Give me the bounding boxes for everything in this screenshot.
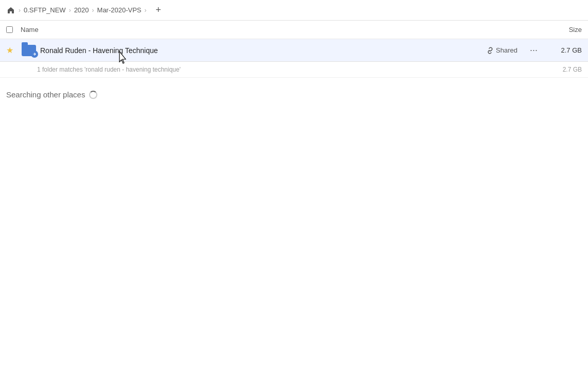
breadcrumb-2020[interactable]: 2020	[74, 6, 89, 14]
more-options-button[interactable]: ···	[527, 44, 541, 57]
searching-other-places-label: Searching other places	[6, 90, 85, 99]
file-row[interactable]: ★ Ronald Ruden - Havening Technique Shar…	[0, 39, 588, 62]
sep-2: ›	[69, 7, 71, 14]
checkbox-all[interactable]	[6, 26, 13, 33]
match-info-row: 1 folder matches 'ronald ruden - havenin…	[0, 62, 588, 78]
breadcrumb-2020-label: 2020	[74, 6, 89, 14]
shared-label: Shared	[496, 46, 517, 54]
sep-3: ›	[92, 7, 94, 14]
star-icon[interactable]: ★	[6, 45, 19, 55]
file-actions: Shared ···	[483, 44, 541, 57]
file-name-label[interactable]: Ronald Ruden - Havening Technique	[40, 46, 483, 55]
column-headers: Name Size	[0, 21, 588, 39]
link-badge-icon	[31, 50, 38, 58]
match-text: 1 folder matches 'ronald ruden - havenin…	[37, 66, 541, 73]
breadcrumb-mar-label: Mar-2020-VPS	[97, 6, 142, 14]
searching-other-places-section: Searching other places	[0, 78, 588, 105]
name-column-header: Name	[21, 26, 541, 33]
home-icon	[6, 6, 15, 15]
folder-icon-wrapper	[21, 43, 37, 58]
breadcrumb-bar: › 0.SFTP_NEW › 2020 › Mar-2020-VPS › +	[0, 0, 588, 21]
sep-4: ›	[145, 7, 147, 14]
breadcrumb-sftp[interactable]: 0.SFTP_NEW	[24, 6, 66, 14]
select-all-checkbox[interactable]	[6, 26, 21, 33]
breadcrumb-sftp-label: 0.SFTP_NEW	[24, 6, 66, 14]
breadcrumb-mar[interactable]: Mar-2020-VPS	[97, 6, 142, 14]
add-tab-button[interactable]: +	[152, 4, 165, 17]
file-size: 2.7 GB	[541, 46, 582, 54]
link-icon	[487, 47, 494, 54]
row-checkbox-wrapper: ★	[6, 45, 21, 55]
shared-button[interactable]: Shared	[483, 45, 521, 56]
size-column-header: Size	[541, 26, 582, 33]
breadcrumb-home[interactable]	[6, 6, 15, 15]
loading-spinner	[89, 91, 97, 99]
sep-1: ›	[19, 7, 21, 14]
match-size: 2.7 GB	[541, 66, 582, 73]
